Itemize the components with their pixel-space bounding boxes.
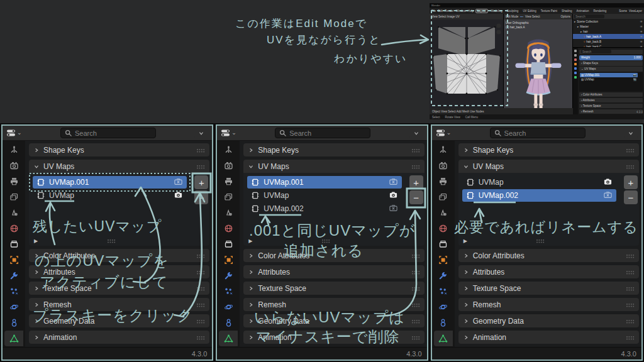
drag-handle[interactable]	[196, 161, 205, 172]
mini-tab-icon[interactable]	[574, 50, 577, 52]
section-shape-keys[interactable]: Shape Keys	[243, 143, 424, 156]
section-color-attributes[interactable]: Color Attributes	[458, 249, 639, 262]
camera-render-icon[interactable]	[389, 190, 398, 199]
workspace-tab[interactable]: Layout	[475, 9, 488, 13]
workspace-tab[interactable]: Shading	[560, 9, 574, 13]
scene-selector[interactable]: Scene	[619, 9, 627, 13]
drag-dots-icon[interactable]	[411, 319, 420, 324]
drag-handle[interactable]	[626, 315, 635, 327]
section-uv-maps[interactable]: UV Maps	[458, 160, 639, 173]
drag-handle[interactable]	[626, 161, 635, 172]
list-expander[interactable]: ▶	[34, 238, 184, 244]
workspace-tab[interactable]: Modeling	[490, 9, 504, 13]
drag-dots-icon[interactable]	[626, 270, 635, 275]
drag-dots-icon[interactable]	[626, 254, 635, 259]
options-button[interactable]: Options	[560, 15, 570, 18]
drag-dots-icon[interactable]	[411, 287, 420, 292]
drag-dots-icon[interactable]	[196, 336, 205, 341]
drag-handle[interactable]	[626, 250, 635, 261]
drag-handle[interactable]	[196, 145, 205, 156]
uvmap-row[interactable]: UVMap.002	[462, 189, 616, 202]
drag-handle[interactable]	[411, 283, 420, 294]
camera-toggle[interactable]	[389, 177, 398, 188]
section-uv-maps[interactable]: UV Maps	[29, 160, 209, 173]
editor-type-button[interactable]: ⌄	[6, 128, 22, 138]
tab-world-icon[interactable]	[4, 221, 23, 236]
mini-section-row[interactable]: › Remesh	[579, 109, 643, 114]
tab-constraints-icon[interactable]	[4, 315, 23, 331]
outliner-row[interactable]: ▸hair👁	[573, 29, 644, 34]
drag-dots-icon[interactable]	[411, 165, 420, 170]
add-uvmap-button[interactable]: +	[624, 175, 638, 189]
drag-handle[interactable]	[411, 145, 420, 156]
mini-tab-icon[interactable]	[574, 58, 577, 61]
header-menu-button[interactable]	[624, 128, 638, 138]
outliner-row[interactable]: ▿hair_back.B👁	[573, 39, 644, 44]
viewport-menus[interactable]: View Select	[525, 15, 540, 18]
mini-section-row[interactable]: › Color Attributes	[579, 92, 643, 97]
workspace-tab[interactable]: Animation	[575, 9, 590, 13]
editor-type-button[interactable]: ⌄	[436, 128, 452, 138]
search-input[interactable]: Search	[60, 128, 156, 138]
uvmap-row[interactable]: UVMap	[247, 189, 401, 202]
camera-render-off-icon[interactable]	[389, 177, 398, 186]
mode-selector[interactable]: Edit Mode	[506, 15, 518, 18]
tab-world-icon[interactable]	[434, 221, 453, 236]
drag-dots-icon[interactable]	[196, 254, 205, 259]
drag-handle[interactable]	[411, 299, 420, 310]
uvmap-row[interactable]: UVMap	[462, 176, 616, 189]
tab-physics-icon[interactable]	[434, 299, 453, 315]
drag-handle[interactable]	[626, 145, 635, 156]
menu-item[interactable]: Window	[456, 9, 466, 13]
drag-handle[interactable]	[411, 250, 420, 261]
tab-world-icon[interactable]	[219, 221, 238, 236]
drag-handle[interactable]	[626, 299, 635, 310]
mini-uv-maps-row[interactable]: ⌄ UV Maps	[579, 67, 643, 72]
workspace-tab[interactable]: Texture Paint	[540, 9, 558, 13]
section-animation[interactable]: Animation	[29, 331, 209, 344]
editor-type-button[interactable]: ⌄	[221, 128, 236, 138]
section-attributes[interactable]: Attributes	[458, 265, 639, 278]
uvmap-row[interactable]: UVMap	[33, 189, 187, 202]
section-texture-space[interactable]: Texture Space	[458, 282, 639, 295]
camera-toggle[interactable]	[389, 204, 398, 214]
section-texture-space[interactable]: Texture Space	[243, 282, 424, 295]
section-animation[interactable]: Animation	[458, 331, 639, 344]
add-uvmap-button[interactable]: +	[194, 175, 208, 189]
drag-handle[interactable]	[196, 332, 205, 343]
tab-particles-icon[interactable]	[219, 283, 238, 299]
mini-section-row[interactable]: › Attributes	[579, 98, 643, 103]
tab-render-icon[interactable]	[434, 158, 453, 173]
drag-dots-icon[interactable]	[107, 239, 116, 244]
drag-dots-icon[interactable]	[411, 303, 420, 308]
tab-constraints-icon[interactable]	[219, 315, 238, 331]
tab-constraints-icon[interactable]	[434, 315, 453, 331]
select-mode-buttons[interactable]: ▪▪▪	[520, 15, 523, 18]
mini-tab-icon[interactable]	[574, 76, 577, 79]
mini-section-row[interactable]: › Texture Space	[579, 104, 643, 109]
drag-dots-icon[interactable]	[626, 336, 635, 341]
drag-dots-icon[interactable]	[196, 270, 205, 275]
drag-handle[interactable]	[626, 266, 635, 278]
tab-tool-icon[interactable]	[219, 142, 238, 158]
visibility-icons[interactable]: 👁	[640, 30, 643, 33]
mini-uvmap-row[interactable]: ▤ UVMap📷	[580, 77, 638, 82]
drag-handle[interactable]	[196, 266, 205, 278]
camera-toggle[interactable]	[603, 190, 613, 201]
drag-handle[interactable]	[196, 250, 205, 261]
drag-handle[interactable]	[411, 266, 420, 278]
workspace-tab[interactable]: UV Editing	[521, 9, 537, 13]
outliner-row[interactable]: ▸Scene Collection👁	[573, 19, 644, 24]
remove-uvmap-button[interactable]: −	[624, 190, 638, 204]
mini-tab-icon[interactable]	[574, 72, 577, 74]
section-attributes[interactable]: Attributes	[243, 265, 424, 278]
drag-handle[interactable]	[626, 332, 635, 343]
drag-dots-icon[interactable]	[196, 319, 205, 324]
workspace-tab[interactable]: Rendering	[592, 9, 608, 13]
camera-render-off-icon[interactable]	[174, 177, 183, 186]
mini-tab-icon[interactable]	[574, 54, 577, 57]
tab-scene-icon[interactable]	[4, 205, 23, 221]
camera-toggle[interactable]	[174, 190, 183, 201]
tab-tool-icon[interactable]	[434, 142, 453, 158]
weight-slider[interactable]: Weight1.000	[579, 55, 643, 60]
